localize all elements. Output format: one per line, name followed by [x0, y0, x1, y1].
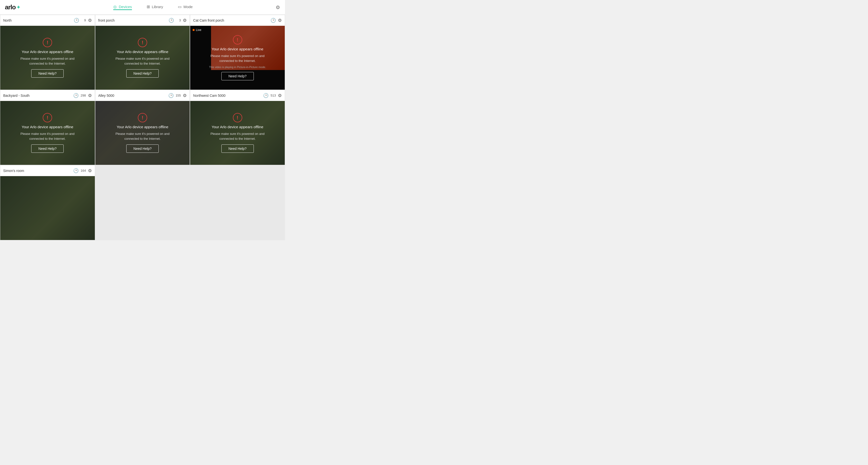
video-overlay-backyard-south: ! Your Arlo device appears offline Pleas…: [0, 101, 95, 165]
device-card-simons-room: Simon's room 🕑 164 ⚙: [0, 165, 95, 240]
device-video-front-porch[interactable]: ! Your Arlo device appears offline Pleas…: [95, 26, 190, 90]
device-settings-icon-backyard-south[interactable]: ⚙: [88, 93, 92, 98]
video-overlay-front-porch: ! Your Arlo device appears offline Pleas…: [95, 26, 190, 90]
device-controls-cat-cam: 🕑 ⚙: [271, 18, 282, 23]
clip-count-north: 9: [81, 19, 86, 22]
nav-item-library[interactable]: ⊞ Library: [147, 4, 163, 10]
device-video-alley-5000[interactable]: ! Your Arlo device appears offline Pleas…: [95, 101, 190, 165]
device-name-simons-room: Simon's room: [3, 169, 73, 173]
clip-count-simons-room: 164: [81, 169, 86, 173]
offline-subtitle-cat-cam: Please make sure it's powered on and con…: [208, 54, 267, 63]
clip-count-backyard-south: 298: [81, 94, 86, 97]
offline-subtitle-backyard-south: Please make sure it's powered on and con…: [18, 131, 77, 141]
offline-title-northwest-cam: Your Arlo device appears offline: [212, 125, 264, 129]
device-settings-icon-cat-cam[interactable]: ⚙: [278, 18, 282, 23]
navigation: arlo ✦ ◎ Devices ⊞ Library ▭ Mode ⚙: [0, 0, 285, 15]
device-header-alley-5000: Alley 5000 🕑 155 ⚙: [95, 90, 190, 101]
offline-icon-front-porch: !: [138, 38, 147, 47]
device-settings-icon-alley-5000[interactable]: ⚙: [183, 93, 187, 98]
offline-subtitle-northwest-cam: Please make sure it's powered on and con…: [208, 131, 267, 141]
device-header-front-porch: front porch 🕑 3 ⚙: [95, 15, 190, 26]
device-name-cat-cam: Cat Cam front porch: [193, 19, 271, 22]
device-name-alley-5000: Alley 5000: [98, 94, 168, 97]
device-controls-backyard-south: 🕑 298 ⚙: [73, 93, 92, 98]
offline-title-backyard-south: Your Arlo device appears offline: [22, 125, 73, 129]
history-icon-backyard-south[interactable]: 🕑: [73, 93, 79, 98]
offline-icon-backyard-south: !: [43, 113, 52, 122]
offline-subtitle-alley-5000: Please make sure it's powered on and con…: [113, 131, 172, 141]
need-help-button-backyard-south[interactable]: Need Help?: [31, 145, 64, 153]
offline-icon-cat-cam: !: [233, 35, 242, 44]
device-video-simons-room[interactable]: [0, 176, 95, 240]
device-name-backyard-south: Backyard - South: [3, 94, 73, 97]
device-card-front-porch: front porch 🕑 3 ⚙ ! Your Arlo device app…: [95, 15, 190, 90]
need-help-button-north[interactable]: Need Help?: [31, 69, 64, 78]
device-name-northwest-cam: Northwest Cam 5000: [193, 94, 263, 97]
device-name-north: North: [3, 19, 74, 22]
history-icon-alley-5000[interactable]: 🕑: [168, 93, 174, 98]
need-help-button-alley-5000[interactable]: Need Help?: [126, 145, 159, 153]
device-header-backyard-south: Backyard - South 🕑 298 ⚙: [0, 90, 95, 101]
device-card-north: North 🕑 9 ⚙ ! Your Arlo device appears o…: [0, 15, 95, 90]
live-dot: [193, 29, 194, 31]
device-card-alley-5000: Alley 5000 🕑 155 ⚙ ! Your Arlo device ap…: [95, 90, 190, 165]
nav-label-devices: Devices: [119, 5, 132, 9]
offline-title-north: Your Arlo device appears offline: [22, 50, 73, 54]
clip-count-alley-5000: 155: [176, 94, 181, 97]
clip-count-northwest-cam: 513: [271, 94, 276, 97]
device-settings-icon-northwest-cam[interactable]: ⚙: [278, 93, 282, 98]
device-controls-front-porch: 🕑 3 ⚙: [168, 18, 187, 23]
offline-subtitle-front-porch: Please make sure it's powered on and con…: [113, 56, 172, 66]
device-video-north[interactable]: ! Your Arlo device appears offline Pleas…: [0, 26, 95, 90]
nav-item-devices[interactable]: ◎ Devices: [113, 4, 132, 10]
settings-button[interactable]: ⚙: [276, 4, 280, 10]
devices-icon: ◎: [113, 4, 117, 9]
offline-subtitle-north: Please make sure it's powered on and con…: [18, 56, 77, 66]
logo: arlo ✦: [5, 3, 21, 11]
history-icon-cat-cam[interactable]: 🕑: [271, 18, 276, 23]
device-controls-simons-room: 🕑 164 ⚙: [73, 168, 92, 174]
video-overlay-north: ! Your Arlo device appears offline Pleas…: [0, 26, 95, 90]
device-grid: North 🕑 9 ⚙ ! Your Arlo device appears o…: [0, 15, 285, 240]
device-card-backyard-south: Backyard - South 🕑 298 ⚙ ! Your Arlo dev…: [0, 90, 95, 165]
clip-count-front-porch: 3: [176, 19, 181, 22]
device-card-cat-cam: Cat Cam front porch 🕑 ⚙ Live ! Your Arlo…: [190, 15, 285, 90]
device-controls-alley-5000: 🕑 155 ⚙: [168, 93, 187, 98]
device-settings-icon-north[interactable]: ⚙: [88, 18, 92, 23]
device-video-cat-cam[interactable]: Live ! Your Arlo device appears offline …: [190, 26, 285, 90]
history-icon-simons-room[interactable]: 🕑: [73, 168, 79, 174]
need-help-button-front-porch[interactable]: Need Help?: [126, 69, 159, 78]
logo-text: arlo: [5, 3, 16, 11]
video-overlay-northwest-cam: ! Your Arlo device appears offline Pleas…: [190, 101, 285, 165]
video-overlay-alley-5000: ! Your Arlo device appears offline Pleas…: [95, 101, 190, 165]
video-overlay-cat-cam: Live ! Your Arlo device appears offline …: [190, 26, 285, 90]
history-icon-northwest-cam[interactable]: 🕑: [263, 93, 269, 98]
offline-icon-north: !: [43, 38, 52, 47]
library-icon: ⊞: [147, 4, 150, 9]
history-icon-north[interactable]: 🕑: [74, 18, 79, 23]
device-header-simons-room: Simon's room 🕑 164 ⚙: [0, 165, 95, 176]
device-header-cat-cam: Cat Cam front porch 🕑 ⚙: [190, 15, 285, 26]
video-overlay-simons-room: [0, 176, 95, 240]
device-header-northwest-cam: Northwest Cam 5000 🕑 513 ⚙: [190, 90, 285, 101]
offline-icon-northwest-cam: !: [233, 113, 242, 122]
nav-item-mode[interactable]: ▭ Mode: [178, 4, 193, 10]
need-help-button-cat-cam[interactable]: Need Help?: [221, 72, 254, 80]
nav-label-library: Library: [152, 5, 163, 9]
live-label: Live: [196, 28, 201, 32]
device-video-backyard-south[interactable]: ! Your Arlo device appears offline Pleas…: [0, 101, 95, 165]
offline-title-front-porch: Your Arlo device appears offline: [117, 50, 168, 54]
device-card-northwest-cam: Northwest Cam 5000 🕑 513 ⚙ ! Your Arlo d…: [190, 90, 285, 165]
gear-icon: ⚙: [276, 5, 280, 10]
device-controls-northwest-cam: 🕑 513 ⚙: [263, 93, 282, 98]
device-video-northwest-cam[interactable]: ! Your Arlo device appears offline Pleas…: [190, 101, 285, 165]
nav-label-mode: Mode: [184, 5, 193, 9]
live-badge-cat-cam: Live: [193, 28, 201, 32]
offline-title-alley-5000: Your Arlo device appears offline: [117, 125, 168, 129]
history-icon-front-porch[interactable]: 🕑: [168, 18, 174, 23]
need-help-button-northwest-cam[interactable]: Need Help?: [221, 145, 254, 153]
device-settings-icon-simons-room[interactable]: ⚙: [88, 168, 92, 174]
device-settings-icon-front-porch[interactable]: ⚙: [183, 18, 187, 23]
mode-icon: ▭: [178, 4, 182, 9]
logo-icon: ✦: [16, 4, 21, 10]
